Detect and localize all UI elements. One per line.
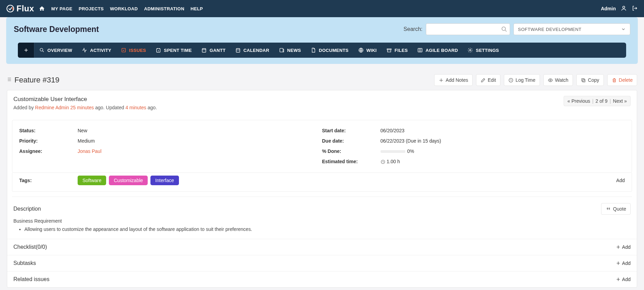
brand-logo[interactable]: Flux [6,4,34,13]
log-time-button[interactable]: Log Time [504,74,540,86]
done-label: % Done: [322,148,381,154]
svg-rect-17 [581,78,584,81]
tab-overview[interactable]: OVERVIEW [34,43,77,58]
progress-bar [381,150,405,153]
updated-link[interactable]: 4 minutes [125,105,146,110]
tab-activity[interactable]: ACTIVITY [77,43,116,58]
nav-help[interactable]: HELP [191,6,203,11]
tab-calendar[interactable]: CALENDAR [230,43,274,58]
issue-attributes: Status:New Priority:Medium Assignee:Jona… [12,120,632,173]
chevron-down-icon [621,27,626,32]
svg-point-13 [470,49,471,51]
tag-software[interactable]: Software [78,176,106,185]
tab-issues[interactable]: ISSUES [116,43,151,58]
issue-card: Customizable User Interface Added by Red… [7,90,637,288]
priority-value: Medium [78,138,95,144]
svg-rect-11 [387,50,391,52]
tab-spent-time[interactable]: SPENT TIME [151,43,196,58]
description-bullet: Allowing users to customize the appearan… [24,226,631,232]
quote-button[interactable]: Quote [601,203,631,215]
checklist-heading: Checklist(0/0) [13,244,616,250]
assignee-value[interactable]: Jonas Paul [78,148,101,154]
issue-title: Customizable User Interface [13,96,564,103]
status-value: New [78,128,87,133]
description-heading: Description [13,206,601,212]
nav-administration[interactable]: ADMINISTRATION [144,6,184,11]
related-heading: Related issues [13,276,616,282]
tags-add-button[interactable]: Add [616,178,625,183]
issue-heading: Feature #319 [14,76,434,85]
tab-news[interactable]: NEWS [274,43,306,58]
related-add-button[interactable]: Add [616,277,631,282]
done-value: 0% [381,148,414,154]
brand-name: Flux [16,4,34,13]
home-icon[interactable] [39,5,45,12]
issue-subtitle: Added by Redmine Admin 25 minutes ago. U… [13,105,564,110]
tab-new[interactable] [18,43,34,58]
est-time-label: Estimated time: [322,159,381,164]
project-tabs: OVERVIEW ACTIVITY ISSUES SPENT TIME GANT… [18,43,626,58]
tab-settings[interactable]: SETTINGS [463,43,504,58]
author-link[interactable]: Redmine Admin 25 minutes [35,105,94,110]
subtasks-heading: Subtasks [13,260,616,266]
nav-my-page[interactable]: MY PAGE [51,6,72,11]
list-icon [7,77,12,83]
start-date-label: Start date: [322,128,381,133]
check-circle-icon [6,4,14,13]
due-date-value: 06/22/2023 (Due in 15 days) [381,138,441,144]
subtasks-add-button[interactable]: Add [616,260,631,266]
svg-rect-6 [202,48,206,52]
description-block: Description Quote Business Requirement A… [7,202,637,239]
issue-pager: « Previous | 2 of 9 | Next » [564,96,631,106]
svg-rect-7 [236,48,240,52]
assignee-label: Assignee: [19,148,78,154]
search-input[interactable] [426,23,510,35]
search-icon[interactable] [501,26,507,32]
checklist-add-button[interactable]: Add [616,244,631,250]
tags-label: Tags: [19,178,78,183]
tab-documents[interactable]: DOCUMENTS [306,43,353,58]
nav-projects[interactable]: PROJECTS [79,6,104,11]
svg-point-2 [502,27,506,31]
svg-rect-12 [418,48,422,52]
tag-interface[interactable]: Interface [150,176,179,185]
logout-icon[interactable] [632,5,638,12]
pager-position: 2 of 9 [596,98,608,104]
project-header: Software Development Search: SOFTWARE DE… [6,17,638,64]
top-nav: Flux MY PAGE PROJECTS WORKLOAD ADMINISTR… [0,0,644,17]
priority-label: Priority: [19,138,78,144]
current-user[interactable]: Admin [601,6,616,11]
copy-button[interactable]: Copy [576,74,604,86]
clock-icon [381,159,385,164]
status-label: Status: [19,128,78,133]
tags-list: Software Customizable Interface [78,176,616,185]
svg-point-15 [550,79,551,81]
project-select[interactable]: SOFTWARE DEVELOPMENT [513,23,630,35]
tag-customizable[interactable]: Customizable [109,176,148,185]
nav-workload[interactable]: WORKLOAD [110,6,138,11]
search-label: Search: [404,26,422,32]
add-notes-button[interactable]: Add Notes [434,74,473,86]
pager-prev[interactable]: « Previous [567,98,590,104]
description-subhead: Business Requirement [13,218,631,224]
tab-agile-board[interactable]: AGILE BOARD [413,43,463,58]
related-section: Related issues Add [7,271,637,287]
checklist-section: Checklist(0/0) Add [7,239,637,255]
edit-button[interactable]: Edit [476,74,500,86]
project-title: Software Development [14,25,404,34]
tab-gantt[interactable]: GANTT [196,43,230,58]
user-icon[interactable] [621,5,627,12]
tab-wiki[interactable]: WIKI [353,43,382,58]
est-time-value: 1.00 h [381,159,400,164]
svg-rect-16 [583,79,585,82]
due-date-label: Due date: [322,138,381,144]
tab-files[interactable]: FILES [382,43,413,58]
watch-button[interactable]: Watch [543,74,573,86]
project-select-value: SOFTWARE DEVELOPMENT [518,27,581,32]
svg-rect-8 [280,48,283,52]
svg-point-3 [40,48,43,51]
delete-button[interactable]: Delete [607,74,637,86]
pager-next[interactable]: Next » [613,98,627,104]
start-date-value: 06/20/2023 [381,128,405,133]
subtasks-section: Subtasks Add [7,255,637,271]
